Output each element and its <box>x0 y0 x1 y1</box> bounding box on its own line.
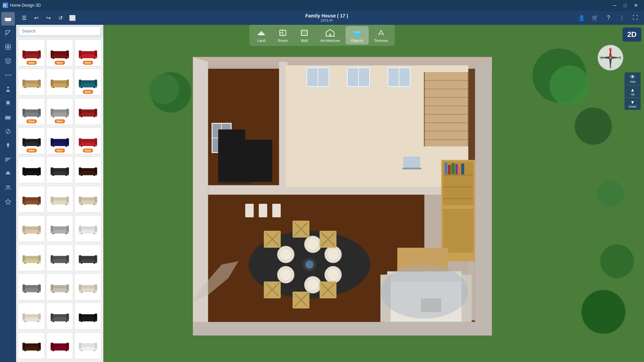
sidebar-tools[interactable] <box>1 26 15 40</box>
sidebar-plant[interactable] <box>1 167 15 180</box>
sofa-item-15[interactable] <box>74 157 101 183</box>
svg-rect-142 <box>24 197 40 200</box>
svg-rect-342 <box>272 204 281 217</box>
nav-land[interactable]: Land <box>251 26 272 45</box>
sofa-item-4[interactable] <box>18 69 45 96</box>
sofa-item-31[interactable] <box>18 332 45 359</box>
main-view[interactable]: 2D N S W E 👁 Visit <box>103 25 644 362</box>
menu-button[interactable]: ☰ <box>19 12 30 23</box>
svg-rect-237 <box>51 346 69 351</box>
sidebar-person[interactable] <box>1 82 15 96</box>
sofa-item-18[interactable] <box>74 186 101 213</box>
visit-button[interactable]: 👁 Visit <box>625 72 641 85</box>
help-button[interactable]: ? <box>602 12 614 23</box>
svg-marker-258 <box>193 322 492 336</box>
refresh-button[interactable]: ↺ <box>55 12 66 23</box>
sofa-item-20[interactable] <box>46 215 73 242</box>
view-mode-button[interactable]: 2D <box>623 27 641 42</box>
nav-wall[interactable]: Wall <box>293 26 315 45</box>
sidebar-special[interactable] <box>1 195 15 208</box>
nav-architecture[interactable]: Architecture <box>315 26 345 45</box>
svg-rect-104 <box>94 116 95 117</box>
svg-rect-77 <box>51 79 53 85</box>
sidebar-dimension[interactable] <box>1 68 15 82</box>
svg-rect-16 <box>6 18 11 19</box>
undo-button[interactable]: ↩ <box>31 12 42 23</box>
camera-button[interactable]: ⬜ <box>67 12 78 23</box>
nav-textures[interactable]: Textures <box>369 26 393 45</box>
toolbar-right: 👤 🛒 ? ⋮ ⛶ <box>573 11 644 25</box>
down-button[interactable]: ▼ Down <box>625 98 641 110</box>
svg-rect-149 <box>51 197 53 203</box>
sofa-item-10[interactable]: New <box>18 127 45 154</box>
sidebar-stairs[interactable] <box>1 153 15 166</box>
svg-rect-17 <box>5 18 6 20</box>
sofa-item-26[interactable] <box>46 274 73 300</box>
sofa-item-24[interactable] <box>74 244 101 271</box>
sofa-item-12[interactable]: New <box>74 127 101 154</box>
svg-point-315 <box>280 268 292 281</box>
redo-button[interactable]: ↪ <box>43 12 54 23</box>
sidebar-grid[interactable] <box>1 40 15 54</box>
sofa-item-14[interactable] <box>46 157 73 183</box>
profile-button[interactable]: 👤 <box>576 12 588 23</box>
sofa-item-21[interactable] <box>74 215 101 242</box>
sidebar-sofa[interactable] <box>1 12 15 25</box>
svg-rect-66 <box>95 50 97 56</box>
svg-rect-246 <box>95 343 97 349</box>
sofa-item-7[interactable]: New <box>18 98 45 125</box>
sofa-item-6[interactable]: New <box>74 69 101 96</box>
more-button[interactable]: ⋮ <box>616 12 628 23</box>
svg-point-317 <box>307 279 319 291</box>
sofa-item-19[interactable] <box>18 215 45 242</box>
svg-rect-130 <box>52 168 68 171</box>
nav-objects[interactable]: Objects <box>345 26 369 45</box>
sofa-item-23[interactable] <box>46 244 73 271</box>
sidebar-layers[interactable] <box>1 54 15 68</box>
close-button[interactable]: ✕ <box>631 0 641 11</box>
shop-button[interactable]: 🛒 <box>589 12 601 23</box>
nav-land-label: Land <box>257 39 265 43</box>
sidebar-chair[interactable] <box>1 97 15 110</box>
person-icon <box>5 86 11 93</box>
sofa-item-25[interactable] <box>18 274 45 300</box>
fullscreen-button[interactable]: ⛶ <box>629 12 641 23</box>
search-input[interactable] <box>19 26 101 36</box>
sofa-item-11[interactable]: New <box>46 127 73 154</box>
sofa-item-27[interactable] <box>74 274 101 300</box>
up-button[interactable]: ▲ Up <box>625 85 641 98</box>
svg-rect-92 <box>37 116 39 117</box>
sofa-item-3[interactable]: New <box>74 40 101 66</box>
sofa-item-9[interactable] <box>74 98 101 125</box>
sidebar-decor[interactable] <box>1 125 15 138</box>
sofa-item-17[interactable] <box>46 186 73 213</box>
sidebar-outdoor[interactable] <box>1 139 15 152</box>
sofa-item-22[interactable] <box>18 244 45 271</box>
svg-rect-56 <box>37 58 39 59</box>
sidebar-fence[interactable] <box>1 111 15 124</box>
sofa-item-1[interactable]: New <box>18 40 45 66</box>
svg-rect-226 <box>80 314 96 318</box>
svg-rect-233 <box>22 343 25 349</box>
sofa-item-16[interactable] <box>18 186 45 213</box>
svg-rect-122 <box>94 145 95 146</box>
sofa-item-8[interactable]: New <box>46 98 73 125</box>
sidebar-group[interactable] <box>1 181 15 194</box>
sofa-item-29[interactable] <box>46 303 73 329</box>
sofa-item-2[interactable]: New <box>46 40 73 66</box>
sofa-item-5[interactable] <box>46 69 73 96</box>
sofa-item-13[interactable] <box>18 157 45 183</box>
sofa-item-32[interactable] <box>46 332 73 359</box>
minimize-button[interactable]: ─ <box>609 0 620 11</box>
sofa-item-33[interactable] <box>74 332 101 359</box>
sofa-item-28[interactable] <box>18 303 45 329</box>
nav-room[interactable]: Room <box>272 26 293 45</box>
wall-icon <box>300 28 309 38</box>
restore-button[interactable]: □ <box>620 0 631 11</box>
svg-rect-80 <box>65 87 67 88</box>
sofa-item-30[interactable] <box>74 303 101 329</box>
svg-rect-71 <box>22 79 25 85</box>
nav-architecture-label: Architecture <box>320 39 340 43</box>
floor-background <box>103 25 644 362</box>
svg-rect-55 <box>24 58 26 59</box>
